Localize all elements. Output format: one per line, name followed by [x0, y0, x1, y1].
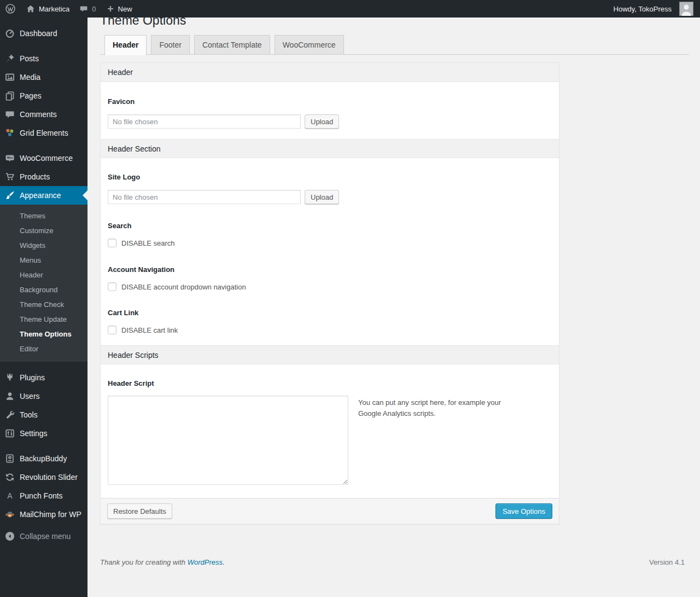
section-header-header: Header: [101, 63, 559, 82]
new-content-link[interactable]: New: [101, 0, 137, 18]
comment-count: 0: [92, 5, 96, 13]
sidebar-item-label: Grid Elements: [20, 129, 68, 137]
sidebar-item-woocommerce[interactable]: Woo WooCommerce: [0, 149, 88, 167]
footer-thanks: Thank you for creating with WordPress.: [100, 558, 225, 566]
collapse-arrow-icon: [4, 531, 15, 542]
site-logo-upload-button[interactable]: Upload: [305, 190, 339, 204]
tab-contact-template[interactable]: Contact Template: [194, 35, 270, 54]
pushpin-icon: [4, 53, 15, 64]
woocommerce-icon: Woo: [4, 153, 15, 164]
sidebar-item-label: Tools: [20, 410, 38, 419]
site-logo-label: Site Logo: [108, 173, 552, 181]
sidebar-item-punch-fonts[interactable]: A Punch Fonts: [0, 486, 88, 505]
submenu-item-theme-check[interactable]: Theme Check: [0, 297, 88, 312]
sidebar-item-appearance[interactable]: Appearance: [0, 186, 88, 205]
comments-icon: [4, 109, 15, 120]
favicon-label: Favicon: [108, 97, 552, 106]
submenu-item-customize[interactable]: Customize: [0, 223, 88, 238]
account-menu[interactable]: Howdy, TokoPress: [609, 0, 693, 18]
new-label: New: [118, 5, 132, 13]
svg-text:Woo: Woo: [7, 156, 13, 159]
submenu-item-header[interactable]: Header: [0, 268, 88, 282]
submenu-item-editor[interactable]: Editor: [0, 341, 88, 356]
sidebar-item-label: Comments: [20, 110, 57, 119]
disable-search-checkbox[interactable]: [108, 239, 116, 247]
sidebar-item-label: Posts: [20, 54, 39, 63]
menu-separator: [0, 18, 88, 24]
sidebar-item-pages[interactable]: Pages: [0, 86, 88, 105]
wp-logo-menu[interactable]: [0, 0, 21, 18]
submenu-item-theme-options[interactable]: Theme Options: [0, 327, 88, 341]
site-link[interactable]: Marketica: [21, 0, 74, 18]
sidebar-item-label: Users: [20, 392, 40, 401]
appearance-brush-icon: [4, 190, 15, 201]
sidebar-item-users[interactable]: Users: [0, 387, 88, 405]
pages-icon: [4, 90, 15, 101]
header-script-textarea[interactable]: [108, 396, 348, 485]
sidebar-item-posts[interactable]: Posts: [0, 49, 88, 68]
sidebar-item-dashboard[interactable]: Dashboard: [0, 24, 88, 43]
backup-drive-icon: [4, 453, 15, 464]
tab-woocommerce[interactable]: WooCommerce: [275, 35, 344, 54]
wrench-icon: [4, 409, 15, 420]
submenu-item-menus[interactable]: Menus: [0, 253, 88, 268]
sidebar-item-tools[interactable]: Tools: [0, 405, 88, 424]
submenu-item-widgets[interactable]: Widgets: [0, 238, 88, 253]
panel-footer: Restore Defaults Save Options: [101, 498, 559, 524]
disable-account-nav-checkbox[interactable]: [108, 282, 116, 291]
comments-link[interactable]: 0: [74, 0, 101, 18]
menu-separator: [0, 142, 88, 149]
sidebar-item-plugins[interactable]: Plugins: [0, 368, 88, 387]
section-header-header-scripts: Header Scripts: [101, 345, 559, 364]
current-menu-arrow: [83, 190, 88, 200]
sidebar-item-grid-elements[interactable]: Grid Elements: [0, 124, 88, 142]
disable-cart-link-checkbox[interactable]: [108, 326, 116, 334]
wordpress-link[interactable]: WordPress.: [188, 558, 225, 566]
sidebar-item-media[interactable]: Media: [0, 68, 88, 86]
admin-sidebar: Dashboard Posts Media Pages Comments Gri…: [0, 18, 88, 597]
header-section-body: Site Logo Upload Search DISABLE search A…: [101, 173, 559, 345]
section-header-header-section: Header Section: [101, 139, 559, 158]
sidebar-item-label: WooCommerce: [20, 154, 73, 163]
submenu-item-theme-update[interactable]: Theme Update: [0, 312, 88, 327]
tab-header[interactable]: Header: [104, 35, 147, 55]
sidebar-item-revolution-slider[interactable]: Revolution Slider: [0, 468, 88, 486]
sidebar-item-products[interactable]: Products: [0, 167, 88, 186]
menu-separator: [0, 43, 88, 49]
settings-sliders-icon: [4, 428, 15, 439]
sidebar-item-label: Media: [20, 73, 40, 82]
sidebar-item-label: Dashboard: [20, 29, 57, 38]
menu-separator: [0, 443, 88, 449]
sidebar-item-backupbuddy[interactable]: BackupBuddy: [0, 449, 88, 468]
sidebar-item-label: Pages: [20, 91, 42, 100]
sidebar-item-label: Products: [20, 172, 50, 181]
favicon-file-input[interactable]: [108, 114, 301, 129]
submenu-item-themes[interactable]: Themes: [0, 208, 88, 223]
admin-bar: Marketica 0 New Howdy, TokoPress: [0, 0, 700, 18]
media-icon: [4, 72, 15, 83]
header-script-label: Header Script: [108, 379, 552, 387]
submenu-item-background[interactable]: Background: [0, 282, 88, 297]
theme-options-panel: Header Favicon Upload Header Section Sit…: [100, 62, 559, 524]
tab-footer[interactable]: Footer: [151, 35, 189, 54]
cycle-arrows-icon: [4, 472, 15, 483]
favicon-upload-button[interactable]: Upload: [305, 114, 339, 129]
sidebar-item-label: Punch Fonts: [20, 491, 63, 500]
cart-link-label: Cart Link: [108, 309, 552, 317]
plus-icon: [106, 4, 115, 13]
menu-separator: [0, 362, 88, 368]
collapse-menu-button[interactable]: Collapse menu: [0, 527, 88, 546]
sidebar-item-settings[interactable]: Settings: [0, 424, 88, 443]
collapse-menu-label: Collapse menu: [20, 532, 71, 541]
sidebar-item-comments[interactable]: Comments: [0, 105, 88, 124]
save-options-button[interactable]: Save Options: [495, 503, 552, 519]
admin-content: Theme Options HeaderFooterContact Templa…: [88, 0, 700, 566]
restore-defaults-button[interactable]: Restore Defaults: [107, 503, 172, 519]
site-logo-file-input[interactable]: [108, 190, 301, 204]
sidebar-item-mailchimp[interactable]: MailChimp for WP: [0, 505, 88, 524]
home-icon: [26, 4, 36, 14]
sidebar-item-label: Plugins: [20, 373, 45, 382]
appearance-submenu: Themes Customize Widgets Menus Header Ba…: [0, 205, 88, 362]
admin-footer: Thank you for creating with WordPress. V…: [100, 558, 689, 566]
header-scripts-body: Header Script You can put any script her…: [101, 379, 559, 498]
